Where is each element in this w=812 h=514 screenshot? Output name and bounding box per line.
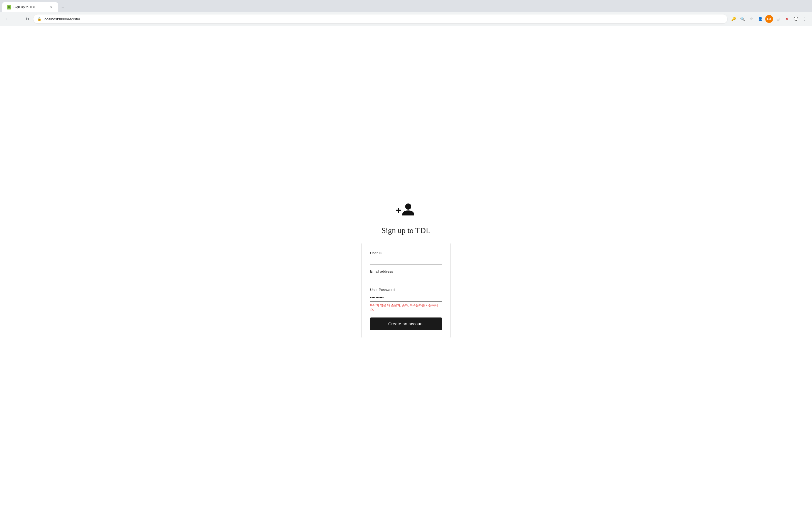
tab-title: Sign up to TDL — [13, 5, 47, 9]
add-users-icon — [396, 201, 416, 220]
back-icon: ← — [5, 17, 9, 22]
user-id-group: User ID — [370, 251, 442, 265]
menu-icon[interactable]: ⋮ — [801, 15, 809, 23]
password-input[interactable] — [370, 294, 442, 302]
page-title: Sign up to TDL — [381, 226, 431, 235]
reload-button[interactable]: ↻ — [23, 15, 31, 23]
grid-icon[interactable]: ⊞ — [774, 15, 782, 23]
svg-point-0 — [405, 204, 411, 210]
key-icon[interactable]: 🔑 — [730, 15, 737, 23]
tab-close-button[interactable]: × — [49, 5, 54, 9]
reload-icon: ↻ — [26, 17, 29, 22]
lock-icon: 🔒 — [37, 17, 41, 21]
zoom-icon[interactable]: 🔍 — [738, 15, 746, 23]
address-bar[interactable]: 🔒 localhost:8080/register — [33, 15, 727, 23]
forward-button[interactable]: → — [13, 15, 21, 23]
url-display: localhost:8080/register — [44, 17, 723, 21]
browser-chrome: Sign up to TDL × + ← → ↻ 🔒 localhost:808… — [0, 0, 812, 26]
svg-rect-2 — [396, 210, 401, 211]
new-tab-button[interactable]: + — [59, 3, 67, 11]
close-x-icon[interactable]: ✕ — [783, 15, 791, 23]
tab-bar: Sign up to TDL × + — [0, 0, 812, 12]
forward-icon: → — [15, 17, 20, 22]
page-content: Sign up to TDL User ID Email address Use… — [0, 26, 812, 514]
toolbar-right-icons: 🔑 🔍 ☆ 👤 EX ⊞ ✕ 💬 ⋮ — [730, 15, 809, 23]
chat-icon[interactable]: 💬 — [792, 15, 800, 23]
password-group: User Password 8-16자 영문 대 소문자, 숫자, 특수문자를 … — [370, 288, 442, 312]
extensions-icon[interactable]: EX — [765, 15, 773, 23]
register-form-card: User ID Email address User Password 8-16… — [361, 243, 451, 338]
active-tab[interactable]: Sign up to TDL × — [2, 2, 58, 12]
user-id-label: User ID — [370, 251, 442, 255]
password-label: User Password — [370, 288, 442, 292]
password-hint: 8-16자 영문 대 소문자, 숫자, 특수문자를 사용하세요. — [370, 303, 442, 312]
profile-icon[interactable]: 👤 — [756, 15, 764, 23]
bookmark-icon[interactable]: ☆ — [747, 15, 755, 23]
email-group: Email address — [370, 269, 442, 283]
create-account-button[interactable]: Create an account — [370, 318, 442, 330]
tab-favicon — [7, 5, 11, 9]
email-label: Email address — [370, 269, 442, 273]
register-container: Sign up to TDL User ID Email address Use… — [361, 190, 451, 349]
back-button[interactable]: ← — [3, 15, 11, 23]
user-id-input[interactable] — [370, 257, 442, 265]
browser-toolbar: ← → ↻ 🔒 localhost:8080/register 🔑 🔍 ☆ 👤 … — [0, 12, 812, 26]
email-input[interactable] — [370, 275, 442, 283]
